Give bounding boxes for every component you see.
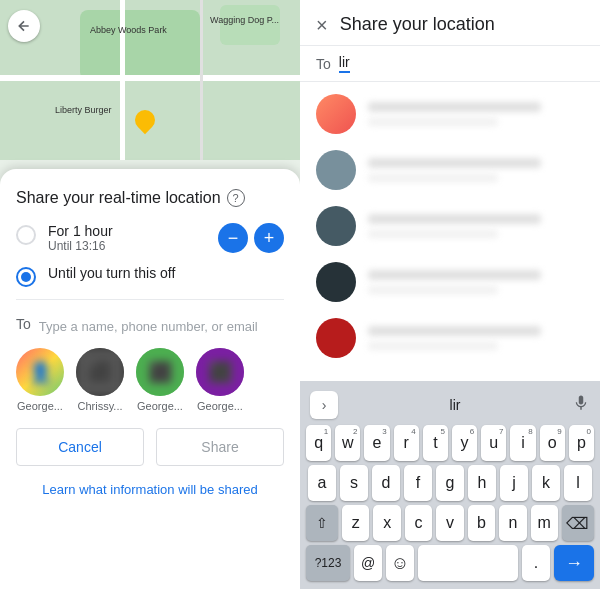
contact-name-2: Chrissy... [77,400,122,412]
left-panel: Abbey Woods Park Liberty Burger Wagging … [0,0,300,589]
list-avatar-3 [316,206,356,246]
list-item[interactable] [300,142,600,198]
key-l[interactable]: l [564,465,592,501]
list-item[interactable] [300,198,600,254]
modal-header: × Share your location [300,0,600,46]
key-y[interactable]: y6 [452,425,477,461]
key-s[interactable]: s [340,465,368,501]
key-g[interactable]: g [436,465,464,501]
contacts-row: 👤 George... ⬛ Chrissy... ⬛ George... ⬛ [16,348,284,412]
to-section: To Type a name, phone number, or email [16,316,284,336]
for-1-hour-option[interactable]: For 1 hour Until 13:16 − + [16,223,284,253]
key-o[interactable]: o9 [540,425,565,461]
map-restaurant-label: Liberty Burger [55,105,112,115]
key-q[interactable]: q1 [306,425,331,461]
radio-until-off-text: Until you turn this off [48,265,284,281]
key-t[interactable]: t5 [423,425,448,461]
contact-name-1: George... [17,400,63,412]
key-z[interactable]: z [342,505,369,541]
delete-key[interactable]: ⌫ [562,505,594,541]
share-card-title-text: Share your real-time location [16,189,221,207]
contact-name-3: George... [137,400,183,412]
period-key[interactable]: . [522,545,550,581]
mic-button[interactable] [572,393,590,417]
to-input[interactable]: Type a name, phone number, or email [39,319,258,334]
share-button[interactable]: Share [156,428,284,466]
keyboard: › lir q1 w2 e3 r4 t5 y6 u7 i8 o9 p0 a s … [300,381,600,589]
space-key[interactable] [418,545,518,581]
contact-item-2[interactable]: ⬛ Chrissy... [76,348,124,412]
list-avatar-4 [316,262,356,302]
list-avatar-1 [316,94,356,134]
list-name-2 [368,158,541,168]
map-pin [131,106,159,134]
keyboard-suggestion-bar: › lir [302,387,598,425]
key-m[interactable]: m [531,505,558,541]
keyboard-expand-button[interactable]: › [310,391,338,419]
until-off-option[interactable]: Until you turn this off [16,265,284,287]
list-name-5 [368,326,541,336]
map-park [80,10,200,80]
contact-item-4[interactable]: ⬛ George... [196,348,244,412]
decrease-hour-button[interactable]: − [218,223,248,253]
key-e[interactable]: e3 [364,425,389,461]
to-field-label: To [316,56,331,72]
shift-key[interactable]: ⇧ [306,505,338,541]
key-p[interactable]: p0 [569,425,594,461]
share-card-title: Share your real-time location ? [16,189,284,207]
contact-item-1[interactable]: 👤 George... [16,348,64,412]
keyboard-row-2: a s d f g h j k l [302,465,598,501]
contact-item-3[interactable]: ⬛ George... [136,348,184,412]
map-park2 [220,5,280,45]
key-f[interactable]: f [404,465,432,501]
map-road-h [0,75,300,81]
list-item[interactable] [300,86,600,142]
to-row: To Type a name, phone number, or email [16,316,284,336]
increase-hour-button[interactable]: + [254,223,284,253]
key-j[interactable]: j [500,465,528,501]
list-sub-4 [368,286,498,294]
hour-controls: − + [218,223,284,253]
key-h[interactable]: h [468,465,496,501]
contacts-list [300,82,600,381]
key-u[interactable]: u7 [481,425,506,461]
avatar-2-blur: ⬛ [76,348,124,396]
numbers-key[interactable]: ?123 [306,545,350,581]
key-i[interactable]: i8 [510,425,535,461]
list-name-4 [368,270,541,280]
keyboard-suggestion[interactable]: lir [338,397,572,413]
keyboard-row-1: q1 w2 e3 r4 t5 y6 u7 i8 o9 p0 [302,425,598,461]
emoji-key[interactable]: ☺ [386,545,414,581]
keyboard-row-3: ⇧ z x c v b n m ⌫ [302,505,598,541]
key-x[interactable]: x [373,505,400,541]
to-field[interactable]: To lir [300,46,600,82]
key-r[interactable]: r4 [394,425,419,461]
key-c[interactable]: c [405,505,432,541]
map-road-v [120,0,125,160]
radio-until-off[interactable] [16,267,36,287]
at-key[interactable]: @ [354,545,382,581]
modal-title: Share your location [340,14,495,35]
list-item[interactable] [300,310,600,366]
key-n[interactable]: n [499,505,526,541]
contact-avatar-3: ⬛ [136,348,184,396]
close-button[interactable]: × [316,15,328,35]
learn-link[interactable]: Learn what information will be shared [16,478,284,501]
key-w[interactable]: w2 [335,425,360,461]
key-v[interactable]: v [436,505,463,541]
avatar-3-blur: ⬛ [136,348,184,396]
to-field-value: lir [339,54,350,73]
back-button[interactable] [8,10,40,42]
enter-key[interactable]: → [554,545,594,581]
key-d[interactable]: d [372,465,400,501]
key-k[interactable]: k [532,465,560,501]
key-b[interactable]: b [468,505,495,541]
cancel-button[interactable]: Cancel [16,428,144,466]
radio-1-hour[interactable] [16,225,36,245]
list-info-4 [368,270,584,294]
right-panel: × Share your location To lir [300,0,600,589]
list-name-3 [368,214,541,224]
key-a[interactable]: a [308,465,336,501]
help-icon[interactable]: ? [227,189,245,207]
list-item[interactable] [300,254,600,310]
